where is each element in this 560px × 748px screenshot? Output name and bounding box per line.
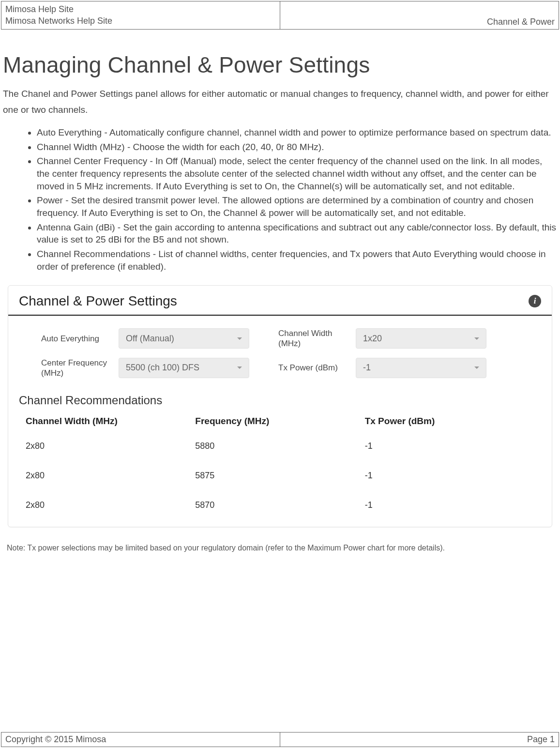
chevron-down-icon [237,366,242,369]
list-item: Auto Everything - Automatically configur… [37,126,557,139]
cell-freq: 5870 [195,500,364,510]
center-freq-value: 5500 (ch 100) DFS [126,363,199,373]
recommendations-heading: Channel Recommendations [8,386,552,411]
channel-width-label: Channel Width (MHz) [278,328,356,349]
tx-power-label: Tx Power (dBm) [278,363,356,373]
chevron-down-icon [474,337,479,340]
table-row: 2x80 5870 -1 [19,490,541,520]
col-channel-width: Channel Width (MHz) [26,416,195,427]
header-site-title: Mimosa Help Site [5,3,276,15]
tx-power-value: -1 [363,363,371,373]
panel-header: Channel & Power Settings i [8,286,552,316]
footer-page-number: Page 1 [280,733,559,747]
cell-tx: -1 [365,441,534,451]
list-item: Channel Recommendations - List of channe… [37,248,557,273]
center-freq-select[interactable]: 5500 (ch 100) DFS [119,358,249,378]
auto-everything-label: Auto Everything [41,334,119,344]
header-site-subtitle: Mimosa Networks Help Site [5,15,276,27]
cell-freq: 5875 [195,471,364,481]
header-section-title: Channel & Power [487,17,555,27]
cell-freq: 5880 [195,441,364,451]
auto-everything-value: Off (Manual) [126,334,174,344]
table-header: Channel Width (MHz) Frequency (MHz) Tx P… [19,411,541,431]
tx-power-select[interactable]: -1 [356,358,486,378]
footer-copyright: Copyright © 2015 Mimosa [1,733,280,747]
col-frequency: Frequency (MHz) [195,416,364,427]
cell-width: 2x80 [26,500,195,510]
cell-width: 2x80 [26,471,195,481]
channel-power-panel: Channel & Power Settings i Auto Everythi… [8,285,552,527]
cell-width: 2x80 [26,441,195,451]
chevron-down-icon [474,366,479,369]
channel-width-select[interactable]: 1x20 [356,328,486,349]
header-left: Mimosa Help Site Mimosa Networks Help Si… [1,1,280,29]
auto-everything-select[interactable]: Off (Manual) [119,328,249,349]
info-icon[interactable]: i [529,295,541,307]
chevron-down-icon [237,337,242,340]
table-row: 2x80 5880 -1 [19,431,541,461]
settings-grid: Auto Everything Off (Manual) Channel Wid… [8,316,552,386]
bullet-list: Auto Everything - Automatically configur… [3,126,557,273]
panel-title: Channel & Power Settings [19,293,177,309]
channel-width-value: 1x20 [363,334,382,344]
list-item: Channel Width (MHz) - Choose the width f… [37,141,557,153]
list-item: Antenna Gain (dBi) - Set the gain accord… [37,221,557,246]
intro-paragraph: The Chanel and Power Settings panel allo… [3,86,557,118]
page-content: Managing Channel & Power Settings The Ch… [0,30,560,565]
cell-tx: -1 [365,500,534,510]
footnote: Note: Tx power selections may be limited… [3,541,557,555]
center-freq-label: Center Frequency (MHz) [41,358,119,379]
page-footer: Copyright © 2015 Mimosa Page 1 [1,732,559,747]
table-row: 2x80 5875 -1 [19,461,541,490]
page-title: Managing Channel & Power Settings [3,52,557,78]
col-tx-power: Tx Power (dBm) [365,416,534,427]
list-item: Power - Set the desired transmit power l… [37,194,557,219]
header-right: Channel & Power [280,1,559,29]
recommendations-table: Channel Width (MHz) Frequency (MHz) Tx P… [8,411,552,520]
cell-tx: -1 [365,471,534,481]
page-header: Mimosa Help Site Mimosa Networks Help Si… [1,1,559,30]
list-item: Channel Center Frequency - In Off (Manua… [37,155,557,192]
